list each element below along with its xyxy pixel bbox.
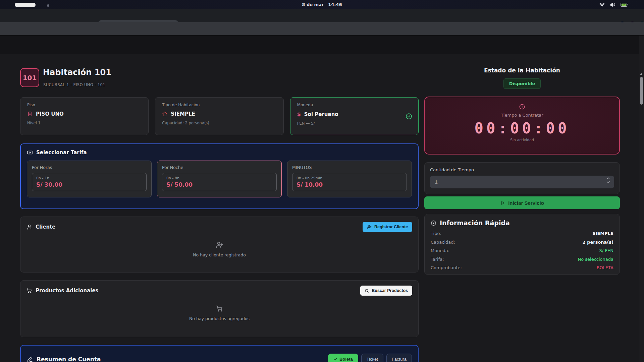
card-label: Piso <box>27 103 142 107</box>
system-clock[interactable]: 8 de mar 14:46 <box>0 0 644 9</box>
informacion-rapida-card: Información Rápida Tipo: SIEMPLE Capacid… <box>424 214 620 275</box>
check-circle-icon <box>406 113 412 120</box>
cantidad-card: Cantidad de Tiempo <box>424 162 620 194</box>
buscar-productos-button[interactable]: Buscar Productos <box>360 286 412 296</box>
browser-tab-bar: (9) WhatsApp habitacion - Laravel – × <box>0 9 644 22</box>
card-label: Tipo de Habitación <box>162 103 276 107</box>
tarifa-option-minutos[interactable]: MINUTOS 0h - 0h 25min S/ 10.00 <box>287 161 412 197</box>
room-number-badge: 101 <box>20 68 39 87</box>
quick-info-row: Tarifa: No seleccionada <box>431 257 613 262</box>
factura-button[interactable]: Factura <box>386 354 412 362</box>
scrollbar-up-arrow[interactable] <box>640 73 643 75</box>
home-icon <box>162 111 167 117</box>
tarifa-name: Por Noche <box>162 165 277 170</box>
row-label: Tarifa: <box>431 257 444 262</box>
row-label: Comprobante: <box>431 265 462 270</box>
cart-icon <box>216 305 223 312</box>
row-label: Moneda: <box>431 248 449 253</box>
system-tray[interactable] <box>599 0 629 9</box>
timer-status: Sin actividad <box>425 138 619 142</box>
productos-section: Productos Adicionales Buscar Productos N… <box>20 280 419 337</box>
tarifa-price: S/ 10.00 <box>297 181 402 188</box>
search-icon <box>365 289 369 293</box>
row-label: Tipo: <box>431 231 441 236</box>
card-sub: Nivel 1 <box>27 121 142 125</box>
row-value: SIEMPLE <box>592 231 613 236</box>
tarifa-range: 0h - 8h <box>166 176 272 180</box>
tarifa-option-por-horas[interactable]: Por Horas 0h - 1h S/ 30.00 <box>27 161 152 197</box>
timer-label: Tiempo a Contratar <box>425 113 619 118</box>
quick-info-row: Tipo: SIEMPLE <box>431 231 613 236</box>
status-badge: Disponible <box>503 78 541 89</box>
card-tipo-habitacion[interactable]: Tipo de Habitación SIEMPLE Capacidad: 2 … <box>155 97 283 135</box>
room-status-section: Estado de la Habitación Disponible <box>424 67 620 89</box>
boleta-label: Boleta <box>339 357 353 362</box>
card-label: Moneda <box>297 103 412 107</box>
banknote-icon <box>27 149 33 156</box>
cliente-title: Cliente <box>36 224 56 230</box>
card-value: Sol Peruano <box>304 111 338 117</box>
tarifa-option-por-noche[interactable]: Por Noche 0h - 8h S/ 50.00 <box>157 161 282 197</box>
productos-title: Productos Adicionales <box>36 288 99 294</box>
main-content: 101 Habitación 101 SUCURSAL 1 - PISO UNO… <box>0 54 639 362</box>
battery-icon <box>621 2 629 7</box>
clock-time: 14:46 <box>328 2 342 7</box>
dollar-icon: $ <box>297 111 301 117</box>
card-piso[interactable]: Piso PISO UNO Nivel 1 <box>20 97 149 135</box>
card-value: SIEMPLE <box>171 111 195 117</box>
page-scrollbar[interactable] <box>639 36 644 362</box>
breadcrumb: SUCURSAL 1 - PISO UNO - 101 <box>43 82 105 87</box>
cantidad-input[interactable] <box>430 176 614 188</box>
check-icon <box>333 357 337 361</box>
ticket-button[interactable]: Ticket <box>361 354 383 362</box>
stepper-chevrons[interactable] <box>606 177 610 183</box>
quick-info-row: Comprobante: BOLETA <box>431 265 613 270</box>
room-info-cards: Piso PISO UNO Nivel 1 Tipo de Habitación… <box>20 97 419 135</box>
clock-date: 8 de mar <box>302 2 324 7</box>
quick-info-title: Información Rápida <box>440 219 510 227</box>
tarifa-name: Por Horas <box>32 165 147 170</box>
volume-icon <box>610 2 616 8</box>
system-bar: 8 de mar 14:46 <box>0 0 644 9</box>
pen-receipt-icon <box>27 356 33 362</box>
card-value: PISO UNO <box>36 111 64 117</box>
scrollbar-thumb[interactable] <box>640 77 643 105</box>
user-plus-icon <box>367 225 372 229</box>
tarifa-title: Seleccionar Tarifa <box>36 149 87 156</box>
quick-info-row: Moneda: S/ PEN <box>431 248 613 253</box>
status-title: Estado de la Habitación <box>424 67 620 74</box>
ticket-label: Ticket <box>367 357 378 362</box>
card-moneda[interactable]: Moneda $ Sol Peruano PEN — S/ <box>290 97 419 135</box>
page-title: Habitación 101 <box>43 68 111 77</box>
productos-empty-text: No hay productos agregados <box>189 316 250 321</box>
clock-icon <box>425 104 619 110</box>
app-header: Hoteles <box>0 36 644 54</box>
cart-icon <box>26 288 32 294</box>
card-sub: PEN — S/ <box>297 121 412 126</box>
iniciar-servicio-button[interactable]: Iniciar Servicio <box>424 196 620 209</box>
info-circle-icon <box>431 220 436 226</box>
row-value: BOLETA <box>597 265 613 270</box>
tarifa-range: 0h - 0h 25min <box>297 176 402 180</box>
cliente-section: Cliente Registrar Cliente No hay cliente… <box>20 217 419 273</box>
chevron-down-icon <box>606 181 610 183</box>
user-icon <box>26 224 32 230</box>
cliente-empty-text: No hay cliente registrado <box>193 252 246 257</box>
iniciar-servicio-label: Iniciar Servicio <box>508 200 544 206</box>
tarifa-range: 0h - 1h <box>36 176 142 180</box>
tarifa-section: Seleccionar Tarifa Por Horas 0h - 1h S/ … <box>20 143 419 209</box>
cantidad-label: Cantidad de Tiempo <box>430 167 614 172</box>
resumen-section: Resumen de Cuenta Boleta Ticket Factura <box>20 345 419 362</box>
play-icon <box>500 200 505 205</box>
boleta-button[interactable]: Boleta <box>328 354 358 362</box>
browser-toolbar: localhost/panel/cuarto/019caa1e-242c-728… <box>0 22 644 36</box>
registrar-cliente-label: Registrar Cliente <box>374 225 408 229</box>
row-value: No seleccionada <box>578 257 613 262</box>
buscar-productos-label: Buscar Productos <box>372 288 408 293</box>
registrar-cliente-button[interactable]: Registrar Cliente <box>363 222 412 232</box>
row-value: S/ PEN <box>599 248 613 253</box>
timer-card: Tiempo a Contratar 00:00:00 Sin activida… <box>424 97 620 155</box>
quick-info-row: Capacidad: 2 persona(s) <box>431 240 613 245</box>
timer-value: 00:00:00 <box>425 120 619 137</box>
tarifa-price: S/ 30.00 <box>36 181 142 188</box>
